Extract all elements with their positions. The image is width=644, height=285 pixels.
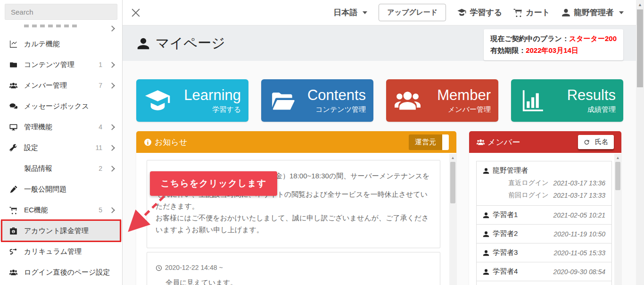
language-menu[interactable]: 日本語 (333, 7, 367, 18)
count-badge: 4 (99, 123, 102, 131)
main-content: Learning 学習する Contents コンテンツ管理 Member メン… (123, 61, 636, 285)
filter-admin-button[interactable]: 運営元 (409, 134, 442, 150)
login-label: 前回ログイン (508, 191, 548, 200)
announcements-scrollbar[interactable]: ▲ (449, 154, 456, 285)
member-item[interactable]: 学習者2 2020-11-19 10:50 (476, 224, 612, 243)
sidebar-item-contents[interactable]: コンテンツ管理 1 (0, 54, 122, 75)
billing-icon (8, 227, 18, 235)
announcement-filter: 運営元 (409, 134, 449, 150)
plan-label: 現在ご契約中のプラン： (490, 34, 569, 42)
chevron-right-icon (109, 166, 115, 172)
users-icon (395, 88, 421, 114)
scrollbar-thumb[interactable] (450, 162, 455, 203)
user-icon (483, 212, 489, 218)
chevron-right-icon (109, 25, 115, 32)
learn-link[interactable]: 学習する (457, 7, 502, 18)
page-header: マイページ 現在ご契約中のプラン：スターター200 有効期限：2022年03月1… (123, 25, 636, 61)
route-icon (8, 248, 18, 256)
scroll-up-icon[interactable]: ▲ (636, 0, 644, 7)
login-time: 2021-03-17 13:33 (553, 192, 605, 199)
announcements-header: お知らせ 運営元 (136, 131, 456, 153)
users-icon (8, 268, 18, 277)
user-menu[interactable]: 龍野管理者 (561, 7, 624, 18)
member-item-clipped (476, 281, 612, 285)
desktop-icon (8, 123, 18, 131)
graduation-cap-icon (457, 8, 466, 17)
caret-down-icon (619, 11, 624, 14)
page-title: マイページ (137, 34, 225, 53)
pencil-icon (8, 185, 18, 193)
login-time: 2020-09-30 08:54 (553, 268, 605, 276)
members-list: 龍野管理者 直近ログイン 2021-03-17 13:36 前回ログイン 202… (469, 153, 621, 285)
topbar: 日本語 アップグレード 学習する カート 龍野管理者 (123, 0, 636, 25)
app-screen: カルテ機能 コンテンツ管理 1 メンバー管理 7 メッセージボックス 管理機能 (0, 0, 644, 285)
close-icon[interactable] (130, 7, 141, 18)
users-icon (8, 82, 18, 90)
shortcut-cards: Learning 学習する Contents コンテンツ管理 Member メン… (136, 79, 623, 122)
card-member[interactable]: Member メンバー管理 (386, 79, 498, 122)
sidebar-item-messagebox[interactable]: メッセージボックス (0, 96, 122, 117)
sidebar-item-admin[interactable]: 管理機能 4 (0, 117, 122, 137)
scrollbar-thumb[interactable] (615, 162, 620, 190)
search-input[interactable] (5, 4, 117, 20)
announcements-panel: お知らせ 運営元 金）18:00~18:30の間、サーバーメンテナンスを それに… (136, 131, 456, 285)
member-item[interactable]: 学習者3 2020-11-05 15:33 (476, 243, 612, 262)
sidebar-item-ec[interactable]: EC機能 5 (0, 200, 122, 220)
plan-info-box: 現在ご契約中のプラン：スターター200 有効期限：2022年03月14日 (484, 29, 623, 60)
user-icon (483, 250, 489, 256)
sidebar-item-members[interactable]: メンバー管理 7 (0, 75, 122, 96)
announcement-item: 2020-12-22 14:48 ~ 全員に見えています。 (147, 252, 440, 285)
member-item[interactable]: 学習者4 2020-09-30 08:54 (476, 262, 612, 281)
sidebar-item-settings[interactable]: 設定 11 (0, 137, 122, 158)
chevron-right-icon (109, 62, 115, 68)
login-time: 2020-11-19 10:50 (554, 230, 606, 238)
member-item-admin[interactable]: 龍野管理者 直近ログイン 2021-03-17 13:36 前回ログイン 202… (476, 161, 612, 206)
member-item[interactable]: 学習者1 2021-02-05 10:21 (476, 205, 612, 225)
login-time: 2021-02-05 10:21 (553, 211, 605, 219)
folder-open-icon (270, 88, 296, 114)
sidebar-menu: カルテ機能 コンテンツ管理 1 メンバー管理 7 メッセージボックス 管理機能 (0, 13, 122, 283)
window-scrollbar[interactable]: ▲ (636, 0, 644, 285)
count-badge: 7 (99, 82, 102, 89)
expiry-label: 有効期限： (490, 46, 526, 54)
sidebar-item-public-questions[interactable]: 一般公開問題 (0, 179, 122, 200)
members-scrollbar[interactable]: ▲ (614, 154, 621, 285)
user-icon (483, 231, 489, 237)
sidebar-item-product-info[interactable]: 製品情報 2 (0, 158, 122, 179)
chart-line-icon (8, 40, 18, 48)
user-icon (561, 8, 570, 17)
sidebar-item-curriculum[interactable]: カリキュラム管理 (0, 241, 122, 262)
members-header: メンバー 氏名 (469, 131, 621, 153)
count-badge: 5 (99, 206, 102, 214)
click-here-tooltip: こちらをクリックします (150, 171, 277, 196)
chevron-right-icon (109, 145, 115, 151)
cart-link[interactable]: カート (513, 7, 550, 18)
user-icon (483, 168, 489, 174)
announcement-line: お客様にはご不便をおかけいたしまして、誠に申し訳ございませんが、ご了承くださいま… (156, 212, 431, 235)
scrollbar-thumb[interactable] (637, 9, 643, 87)
members-panel: メンバー 氏名 龍野管理者 直近ログイン 2021-03-17 13:36 (469, 131, 621, 285)
scroll-up-icon[interactable]: ▲ (449, 154, 456, 160)
sidebar-item-login-page-settings[interactable]: ログイン直後のページ設定 (0, 262, 122, 283)
chevron-right-icon (109, 83, 115, 89)
folder-icon (8, 61, 18, 69)
sidebar-search (0, 0, 122, 24)
users-icon (477, 138, 485, 146)
count-badge: 1 (99, 61, 102, 68)
card-learning[interactable]: Learning 学習する (136, 79, 248, 122)
sort-by-name-button[interactable]: 氏名 (578, 135, 614, 149)
upgrade-button[interactable]: アップグレード (379, 4, 446, 21)
scroll-up-icon[interactable]: ▲ (614, 154, 621, 160)
clipped-text-fragment (24, 25, 80, 27)
caret-down-icon (363, 11, 367, 14)
sidebar-item-account-billing[interactable]: アカウント課金管理 (0, 220, 122, 241)
card-results[interactable]: Results 成績管理 (511, 79, 623, 122)
plan-value: スターター200 (569, 34, 617, 42)
chevron-right-icon (109, 124, 115, 130)
announcement-line: 全員に見えています。 (156, 277, 431, 285)
card-contents[interactable]: Contents コンテンツ管理 (261, 79, 373, 122)
sidebar-item-karte[interactable]: カルテ機能 (0, 34, 122, 54)
count-badge: 11 (95, 144, 102, 151)
filter-blank-segment[interactable] (442, 134, 449, 150)
count-badge: 2 (99, 165, 102, 172)
